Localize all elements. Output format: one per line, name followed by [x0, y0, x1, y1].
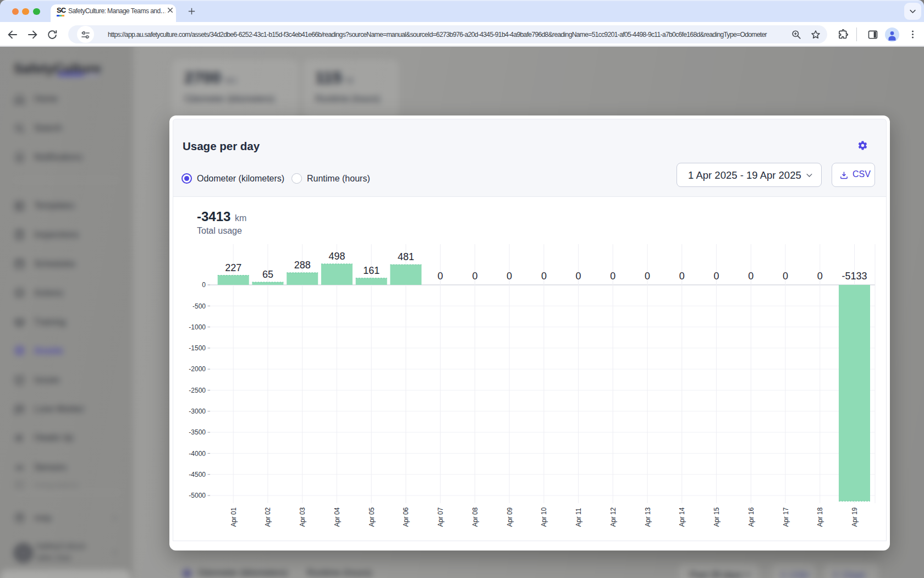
svg-text:Apr 19: Apr 19	[851, 507, 859, 527]
svg-text:Apr 16: Apr 16	[747, 507, 755, 527]
svg-text:Apr 14: Apr 14	[678, 507, 686, 527]
svg-text:-4000: -4000	[189, 450, 206, 458]
svg-text:Apr 10: Apr 10	[540, 507, 548, 527]
svg-text:Apr 18: Apr 18	[816, 507, 824, 527]
svg-text:Apr 15: Apr 15	[713, 507, 721, 527]
svg-text:-5133: -5133	[842, 271, 867, 282]
svg-text:Apr 06: Apr 06	[402, 507, 410, 527]
svg-text:Apr 03: Apr 03	[299, 507, 306, 527]
svg-text:-1000: -1000	[189, 323, 206, 331]
svg-text:-4500: -4500	[189, 471, 206, 478]
svg-text:0: 0	[645, 271, 650, 282]
svg-text:65: 65	[262, 269, 273, 280]
svg-text:-3413: -3413	[197, 209, 230, 224]
svg-text:Apr 13: Apr 13	[644, 507, 652, 527]
svg-text:-5000: -5000	[189, 492, 206, 499]
svg-text:0: 0	[472, 271, 477, 282]
svg-text:-3500: -3500	[189, 428, 206, 436]
svg-text:Apr 08: Apr 08	[471, 507, 479, 527]
svg-text:Apr 02: Apr 02	[264, 507, 272, 527]
svg-text:Apr 17: Apr 17	[782, 507, 790, 527]
svg-text:Apr 05: Apr 05	[368, 507, 376, 527]
svg-text:Apr 12: Apr 12	[609, 507, 617, 527]
svg-text:0: 0	[783, 271, 788, 282]
svg-text:481: 481	[398, 251, 414, 262]
svg-text:Apr 09: Apr 09	[506, 507, 514, 527]
svg-text:Apr 04: Apr 04	[333, 507, 341, 527]
svg-text:-1500: -1500	[189, 344, 206, 352]
svg-text:0: 0	[507, 271, 512, 282]
svg-text:Apr 01: Apr 01	[230, 507, 238, 527]
svg-text:0: 0	[817, 271, 823, 282]
svg-text:km: km	[235, 213, 246, 223]
svg-text:161: 161	[363, 265, 380, 276]
svg-text:0: 0	[748, 271, 754, 282]
svg-text:498: 498	[328, 251, 345, 262]
svg-text:0: 0	[714, 271, 719, 282]
svg-text:0: 0	[541, 271, 547, 282]
svg-text:0: 0	[202, 281, 206, 289]
svg-text:0: 0	[610, 271, 615, 282]
svg-text:Apr 11: Apr 11	[575, 508, 582, 527]
svg-text:-2500: -2500	[189, 387, 206, 394]
svg-text:-2000: -2000	[189, 365, 206, 373]
svg-text:0: 0	[576, 271, 581, 282]
svg-text:0: 0	[679, 271, 685, 282]
svg-text:-3000: -3000	[189, 408, 206, 415]
svg-text:Apr 07: Apr 07	[437, 507, 444, 527]
svg-text:0: 0	[438, 271, 443, 282]
svg-text:Total usage: Total usage	[197, 226, 242, 235]
svg-text:288: 288	[294, 260, 311, 271]
svg-text:227: 227	[225, 262, 241, 273]
svg-text:-500: -500	[193, 302, 206, 310]
